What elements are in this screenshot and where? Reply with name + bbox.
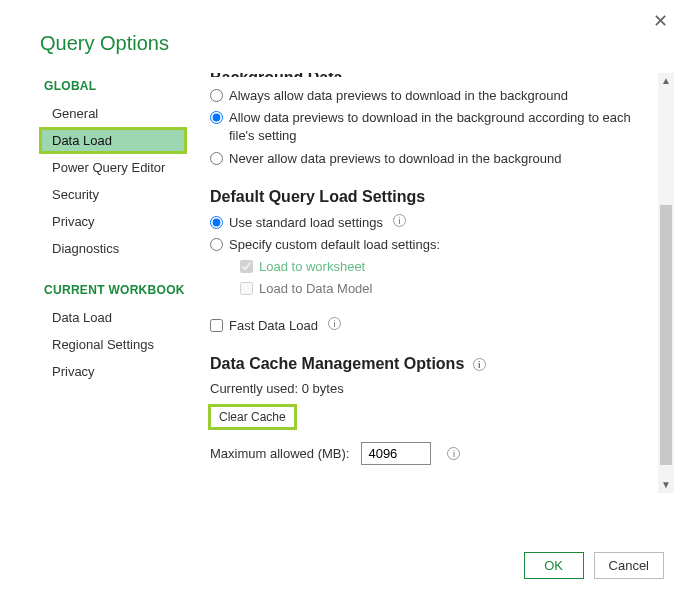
radio-bg-each-input[interactable] bbox=[210, 111, 223, 124]
radio-bg-never[interactable]: Never allow data previews to download in… bbox=[210, 150, 652, 168]
info-icon[interactable]: i bbox=[328, 317, 341, 330]
cache-used-label: Currently used: 0 bytes bbox=[210, 381, 652, 396]
radio-bg-always-input[interactable] bbox=[210, 89, 223, 102]
scrollbar[interactable]: ▲ ▼ bbox=[658, 73, 674, 493]
close-icon[interactable]: ✕ bbox=[653, 12, 668, 30]
max-cache-label: Maximum allowed (MB): bbox=[210, 446, 349, 461]
sidebar-item-label: Security bbox=[52, 187, 99, 202]
heading-text: Data Cache Management Options bbox=[210, 355, 464, 372]
radio-label: Allow data previews to download in the b… bbox=[229, 109, 652, 145]
check-label: Load to Data Model bbox=[259, 280, 372, 298]
query-options-dialog: ✕ Query Options GLOBAL General Data Load… bbox=[28, 0, 680, 595]
radio-load-custom-input[interactable] bbox=[210, 238, 223, 251]
check-load-worksheet-input[interactable] bbox=[240, 260, 253, 273]
sidebar-item-label: Privacy bbox=[52, 364, 95, 379]
check-fast-data-load-input[interactable] bbox=[210, 319, 223, 332]
sidebar: GLOBAL General Data Load Power Query Edi… bbox=[28, 73, 186, 386]
sidebar-item-label: Data Load bbox=[52, 310, 112, 325]
sidebar-item-power-query-editor[interactable]: Power Query Editor bbox=[40, 155, 186, 180]
sidebar-item-label: Diagnostics bbox=[52, 241, 119, 256]
info-icon[interactable]: i bbox=[473, 358, 486, 371]
content-pane: Background Data Always allow data previe… bbox=[186, 73, 680, 493]
sidebar-item-label: General bbox=[52, 106, 98, 121]
radio-load-standard[interactable]: Use standard load settings i bbox=[210, 214, 652, 232]
scrollbar-thumb[interactable] bbox=[660, 205, 672, 465]
check-fast-data-load[interactable]: Fast Data Load i bbox=[210, 317, 652, 335]
sidebar-item-general[interactable]: General bbox=[40, 101, 186, 126]
check-load-worksheet[interactable]: Load to worksheet bbox=[240, 258, 652, 276]
sidebar-item-diagnostics[interactable]: Diagnostics bbox=[40, 236, 186, 261]
radio-bg-never-input[interactable] bbox=[210, 152, 223, 165]
info-icon[interactable]: i bbox=[393, 214, 406, 227]
heading-data-cache: Data Cache Management Options i bbox=[210, 355, 652, 373]
dialog-footer: OK Cancel bbox=[524, 552, 664, 579]
sidebar-item-security[interactable]: Security bbox=[40, 182, 186, 207]
radio-load-standard-input[interactable] bbox=[210, 216, 223, 229]
sidebar-item-privacy-current[interactable]: Privacy bbox=[40, 359, 186, 384]
radio-bg-each[interactable]: Allow data previews to download in the b… bbox=[210, 109, 652, 145]
check-label: Load to worksheet bbox=[259, 258, 365, 276]
heading-default-load: Default Query Load Settings bbox=[210, 188, 652, 206]
sidebar-item-label: Privacy bbox=[52, 214, 95, 229]
sidebar-item-label: Power Query Editor bbox=[52, 160, 165, 175]
sidebar-item-label: Data Load bbox=[52, 133, 112, 148]
max-cache-input[interactable] bbox=[361, 442, 431, 465]
clear-cache-button[interactable]: Clear Cache bbox=[210, 406, 295, 428]
check-load-data-model-input[interactable] bbox=[240, 282, 253, 295]
ok-button[interactable]: OK bbox=[524, 552, 584, 579]
radio-label: Always allow data previews to download i… bbox=[229, 87, 568, 105]
check-load-data-model[interactable]: Load to Data Model bbox=[240, 280, 652, 298]
radio-load-custom[interactable]: Specify custom default load settings: bbox=[210, 236, 652, 254]
sidebar-section-global: GLOBAL bbox=[44, 79, 186, 93]
heading-background-data: Background Data bbox=[210, 73, 652, 77]
dialog-title: Query Options bbox=[28, 0, 680, 73]
radio-label: Never allow data previews to download in… bbox=[229, 150, 561, 168]
check-label: Fast Data Load bbox=[229, 317, 318, 335]
radio-label: Use standard load settings bbox=[229, 214, 383, 232]
sidebar-item-label: Regional Settings bbox=[52, 337, 154, 352]
radio-bg-always[interactable]: Always allow data previews to download i… bbox=[210, 87, 652, 105]
scroll-down-arrow-icon[interactable]: ▼ bbox=[658, 477, 674, 493]
sidebar-section-current-workbook: CURRENT WORKBOOK bbox=[44, 283, 186, 297]
scroll-up-arrow-icon[interactable]: ▲ bbox=[658, 73, 674, 89]
radio-label: Specify custom default load settings: bbox=[229, 236, 440, 254]
cancel-button[interactable]: Cancel bbox=[594, 552, 664, 579]
sidebar-item-data-load-current[interactable]: Data Load bbox=[40, 305, 186, 330]
sidebar-item-privacy-global[interactable]: Privacy bbox=[40, 209, 186, 234]
info-icon[interactable]: i bbox=[447, 447, 460, 460]
sidebar-item-data-load-global[interactable]: Data Load bbox=[40, 128, 186, 153]
sidebar-item-regional-settings[interactable]: Regional Settings bbox=[40, 332, 186, 357]
